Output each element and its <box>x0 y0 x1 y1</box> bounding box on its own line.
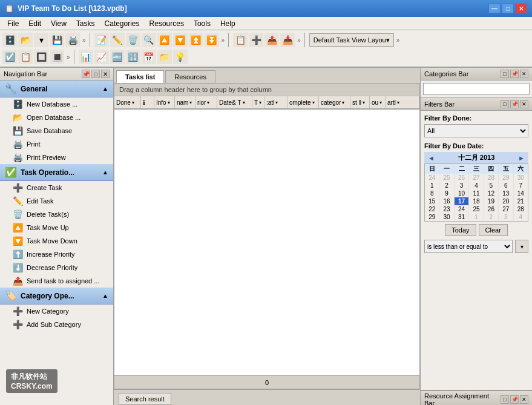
col-t-dropdown[interactable]: ▾ <box>259 100 261 105</box>
tb-task-delete[interactable]: 🗑️ <box>126 33 140 47</box>
cal-day-19[interactable]: 19 <box>484 197 499 205</box>
cal-day-17-today[interactable]: 17 <box>455 197 469 205</box>
section-header-general[interactable]: 🔧 General ▲ <box>0 81 113 97</box>
tb2-1[interactable]: ☑️ <box>2 50 17 64</box>
tb2-3[interactable]: 🔲 <box>34 50 48 64</box>
cal-day-8[interactable]: 8 <box>425 189 439 197</box>
col-artl[interactable]: artl ▾ <box>386 96 419 108</box>
col-st[interactable]: st ll ▾ <box>350 96 370 108</box>
nav-item-print-preview[interactable]: 🖨️ Print Preview <box>0 151 113 164</box>
today-button[interactable]: Today <box>445 224 476 236</box>
nav-item-send-task[interactable]: 📤 Send task to assigned ... <box>0 274 113 288</box>
col-info-icon[interactable]: ℹ <box>141 96 154 108</box>
filters-bar-close-btn[interactable]: ✕ <box>520 100 528 108</box>
cal-day-30-prev[interactable]: 30 <box>514 174 528 182</box>
cal-day-29[interactable]: 29 <box>425 213 439 221</box>
cal-day-10[interactable]: 10 <box>455 189 469 197</box>
cal-day-14[interactable]: 14 <box>514 189 528 197</box>
col-startdate-dropdown[interactable]: ▾ <box>275 100 278 105</box>
search-result-button[interactable]: Search result <box>119 393 171 405</box>
col-t[interactable]: T ▾ <box>252 96 264 108</box>
tb-more-2[interactable]: » <box>220 37 226 44</box>
cal-day-18[interactable]: 18 <box>469 197 484 205</box>
resource-bar-dock-btn[interactable]: □ <box>501 395 509 404</box>
tb-cat-2[interactable]: ➕ <box>249 33 263 47</box>
tb2-11[interactable]: 💡 <box>173 50 188 64</box>
cal-day-7[interactable]: 7 <box>514 182 528 189</box>
categories-bar-pin-btn[interactable]: 📌 <box>510 70 519 78</box>
cal-day-21[interactable]: 21 <box>514 197 528 205</box>
tb-cat-1[interactable]: 📋 <box>233 33 248 47</box>
tb-cat-4[interactable]: 📥 <box>280 33 295 47</box>
maximize-button[interactable]: □ <box>502 4 514 13</box>
tb-print-btn[interactable]: 🖨️ <box>65 33 80 47</box>
col-done[interactable]: Done ▾ <box>114 96 141 108</box>
tb-layout-dropdown[interactable]: Default Task View Layou ▾ <box>309 33 394 47</box>
col-name-dropdown[interactable]: ▾ <box>189 100 192 105</box>
cal-day-1[interactable]: 1 <box>425 182 439 189</box>
cal-day-24[interactable]: 24 <box>455 205 469 213</box>
close-button[interactable]: ✕ <box>515 4 527 13</box>
cal-next-btn[interactable]: ► <box>518 154 525 162</box>
cal-day-30[interactable]: 30 <box>439 213 454 221</box>
cal-day-16[interactable]: 16 <box>439 197 454 205</box>
nav-item-decrease-priority[interactable]: ⬇️ Decrease Priority <box>0 261 113 274</box>
cal-day-4[interactable]: 4 <box>469 182 484 189</box>
nav-pin-btn[interactable]: 📌 <box>82 70 90 78</box>
tab-tasks-list[interactable]: Tasks list <box>116 70 164 83</box>
filter-condition-select[interactable]: is less than or equal to is equal to is … <box>424 240 513 253</box>
cal-day-12[interactable]: 12 <box>484 189 499 197</box>
cal-day-25-prev[interactable]: 25 <box>439 174 454 182</box>
menu-tools[interactable]: Tools <box>189 18 215 29</box>
col-categories-dropdown[interactable]: ▾ <box>342 100 344 105</box>
col-ou-dropdown[interactable]: ▾ <box>379 100 382 105</box>
tb-new-btn[interactable]: 🗄️ <box>2 33 17 47</box>
nav-item-save-database[interactable]: 💾 Save Database <box>0 124 113 137</box>
tb2-10[interactable]: 📁 <box>157 50 172 64</box>
cal-day-28-prev[interactable]: 28 <box>484 174 499 182</box>
nav-item-create-task[interactable]: ➕ Create Task <box>0 181 113 194</box>
col-complete-dropdown[interactable]: ▾ <box>312 100 315 105</box>
minimize-button[interactable]: — <box>488 4 501 13</box>
col-startdate[interactable]: :atl ▾ <box>264 96 287 108</box>
cal-day-26-prev[interactable]: 26 <box>455 174 469 182</box>
cal-day-2-next[interactable]: 2 <box>484 213 499 221</box>
tb2-5[interactable]: 📊 <box>79 50 93 64</box>
tb-task-new[interactable]: 📝 <box>94 33 109 47</box>
clear-button[interactable]: Clear <box>479 224 508 236</box>
col-st-dropdown[interactable]: ▾ <box>363 100 365 105</box>
tb-cat-3[interactable]: 📤 <box>264 33 279 47</box>
cal-day-24-prev[interactable]: 24 <box>425 174 439 182</box>
tb-open-btn[interactable]: 📂 <box>18 33 33 47</box>
nav-item-task-move-down[interactable]: 🔽 Task Move Down <box>0 234 113 248</box>
menu-edit[interactable]: Edit <box>24 18 46 29</box>
nav-item-new-category[interactable]: ➕ New Category <box>0 305 113 318</box>
cal-day-4-next[interactable]: 4 <box>514 213 528 221</box>
nav-item-task-move-up[interactable]: 🔼 Task Move Up <box>0 221 113 234</box>
nav-item-add-sub-category[interactable]: ➕ Add Sub Category <box>0 318 113 331</box>
categories-bar-dock-btn[interactable]: □ <box>501 70 509 78</box>
col-ou[interactable]: ou ▾ <box>370 96 386 108</box>
cal-day-13[interactable]: 13 <box>499 189 513 197</box>
cal-day-23[interactable]: 23 <box>439 205 454 213</box>
menu-view[interactable]: View <box>46 18 71 29</box>
col-priority-dropdown[interactable]: ▾ <box>207 100 209 105</box>
nav-item-print[interactable]: 🖨️ Print <box>0 137 113 151</box>
tb-task-edit[interactable]: ✏️ <box>110 33 125 47</box>
tb-more-1[interactable]: » <box>81 37 87 44</box>
cal-day-28[interactable]: 28 <box>514 205 528 213</box>
cal-day-6[interactable]: 6 <box>499 182 513 189</box>
menu-categories[interactable]: Categories <box>100 18 145 29</box>
tb-save-btn[interactable]: 💾 <box>50 33 64 47</box>
tab-resources[interactable]: Resources <box>165 70 215 83</box>
cal-day-5[interactable]: 5 <box>484 182 499 189</box>
tb-more-4[interactable]: » <box>395 37 401 44</box>
menu-file[interactable]: File <box>2 18 24 29</box>
cal-day-27-prev[interactable]: 27 <box>469 174 484 182</box>
menu-resources[interactable]: Resources <box>145 18 189 29</box>
section-header-task-ops[interactable]: ✅ Task Operatio... ▲ <box>0 164 113 181</box>
col-done-dropdown[interactable]: ▾ <box>132 100 134 105</box>
col-duedate[interactable]: Date& T ▾ <box>217 96 252 108</box>
tb-task-down[interactable]: 🔽 <box>173 33 188 47</box>
categories-search-input[interactable] <box>423 83 530 95</box>
